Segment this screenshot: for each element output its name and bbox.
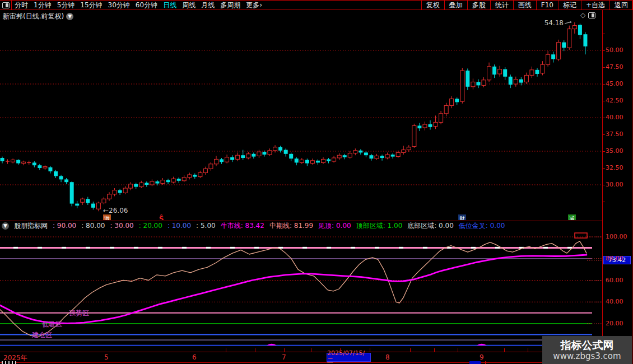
indicator-header-segment: : 80.00 [81,222,105,230]
time-axis-tick [284,348,285,352]
time-axis-tick [370,348,370,352]
tool-item-+自选[interactable]: +自选 [581,1,609,10]
indicator-header-segment: : 10.00 [167,222,191,230]
axis-tick [603,34,605,34]
axis-tick [603,67,605,68]
price-axis-label: 40.00 [606,114,623,121]
time-axis-tick [255,348,255,352]
price-axis-label: 42.50 [606,97,623,104]
axis-tick [603,151,605,152]
time-axis-label: 9 [480,353,484,361]
axis-tick [603,202,605,202]
time-axis-tick [226,348,226,352]
indicator-name: 股朋指标网 [14,221,48,231]
layout-toggle-button[interactable] [0,1,12,10]
period-menu: 分时1分钟5分钟15分钟30分钟60分钟日线周线月线多周期更多› [12,1,265,10]
price-axis-label: 30.00 [606,181,623,188]
watermark-title: 指标公式网 [561,339,614,351]
time-axis-label: 8 [385,353,390,361]
period-item-分时[interactable]: 分时 [12,1,31,10]
indicator-header-segment: 牛市线: 83.42 [221,221,264,231]
period-item-30分钟[interactable]: 30分钟 [105,1,133,10]
time-axis-label: 5 [104,353,109,361]
axis-tick [603,185,605,185]
indicator-header-segment: : 30.00 [110,222,133,230]
svg-text:Ŝ: Ŝ [159,214,164,220]
panel-toggle-icon [2,2,10,8]
time-axis-label: 7 [282,353,286,361]
period-item-60分钟[interactable]: 60分钟 [133,1,160,10]
date-badge: 2025/07/15/二 [327,353,371,362]
window-right-border [632,0,632,364]
price-axis-label: 37.50 [606,130,623,138]
watermark-url: www.zbgs3.com [553,351,621,361]
time-axis-tick [311,348,311,352]
indicator-header-segment: 低位金叉: 0.00 [459,221,505,231]
axis-tick [603,168,605,169]
svg-text:强势区: 强势区 [69,309,89,317]
statusbar-clipped-text [2,361,16,364]
indicator-header-segment: 顶部区域: 1.00 [356,221,403,231]
price-axis-label: 50.00 [606,46,623,54]
period-item-更多›[interactable]: 更多› [243,1,265,10]
svg-text:低吸区: 低吸区 [42,320,62,328]
toolbar: 分时1分钟5分钟15分钟30分钟60分钟日线周线月线多周期更多› 复权叠加多股统… [0,0,633,10]
time-axis-tick [340,348,341,352]
tool-item-多股[interactable]: 多股 [467,1,490,10]
tool-item-F10[interactable]: F10 [536,1,558,10]
diamond-icon[interactable]: ◇ [580,11,585,19]
indicator-header-segment: : 20.00 [139,222,162,230]
indicator-axis-label: 100.00 [606,233,627,240]
tool-item-返回[interactable]: 返回 [609,1,632,10]
statusbar-clipped-tick [485,361,486,364]
price-axis: 73.42 50.0047.5045.0042.5040.0037.5035.0… [602,10,632,363]
price-axis-label: 35.00 [606,147,623,155]
time-axis-tick [434,348,435,352]
page-title: 新宙邦(日线.前复权) [3,12,64,21]
svg-text:激: 激 [104,216,110,221]
tool-item-画线[interactable]: 画线 [513,1,536,10]
period-item-多周期[interactable]: 多周期 [217,1,243,10]
collapse-icon[interactable]: ▼ [2,222,9,230]
price-axis-label: 32.50 [606,164,623,171]
candle-pane[interactable]: 54.18←26.06激财减Ŝ 新宙邦(日线.前复权) ▼ ◇ [0,10,602,220]
period-item-1分钟[interactable]: 1分钟 [31,1,54,10]
time-axis-tick [458,348,458,352]
period-item-5分钟[interactable]: 5分钟 [54,1,78,10]
period-item-周线[interactable]: 周线 [179,1,198,10]
time-axis-tick [528,348,528,352]
axis-tick [603,118,605,118]
indicator-axis-label: 80.00 [606,255,623,262]
chart-title-bar: 新宙邦(日线.前复权) ▼ [3,12,73,21]
trading-terminal: 分时1分钟5分钟15分钟30分钟60分钟日线周线月线多周期更多› 复权叠加多股统… [0,0,633,364]
tools-menu: 复权叠加多股统计画线F10标记+自选返回 [421,1,633,10]
indicator-header-segment: : 5.00 [196,222,216,230]
indicator-header-segment: 底部区域: 0.00 [407,221,454,231]
indicator-header-segment: 见顶: 0.00 [318,221,351,231]
axis-tick [603,84,605,85]
indicator-axis-label: 20.00 [606,320,623,327]
indicator-axis-label: 40.00 [606,298,623,305]
tool-item-叠加[interactable]: 叠加 [444,1,467,10]
time-axis-tick [410,348,411,352]
indicator-header-segment: 中期线: 81.99 [269,221,313,231]
statusbar-clipped-tab [469,361,481,364]
indicator-pane[interactable]: 强势区低吸区建仓区 [0,231,602,352]
tool-item-统计[interactable]: 统计 [490,1,513,10]
panel-toggle-icon[interactable] [588,12,595,18]
indicator-axis-label: 60.00 [606,277,623,284]
watermark: 指标公式网 www.zbgs3.com [542,336,632,364]
indicator-chart[interactable]: 强势区低吸区建仓区 [0,231,602,352]
tool-item-复权[interactable]: 复权 [421,1,444,10]
axis-tick [603,101,605,101]
price-axis-label: 47.50 [606,63,623,71]
svg-text:54.18: 54.18 [544,19,564,27]
period-item-15分钟[interactable]: 15分钟 [77,1,105,10]
time-axis-tick [504,348,505,352]
candlestick-chart[interactable]: 54.18←26.06激财减Ŝ [0,10,602,220]
period-item-月线[interactable]: 月线 [198,1,217,10]
tool-item-标记[interactable]: 标记 [558,1,581,10]
chevron-down-icon[interactable]: ▼ [66,13,73,20]
period-item-日线[interactable]: 日线 [160,1,179,10]
axis-tick [603,134,605,135]
